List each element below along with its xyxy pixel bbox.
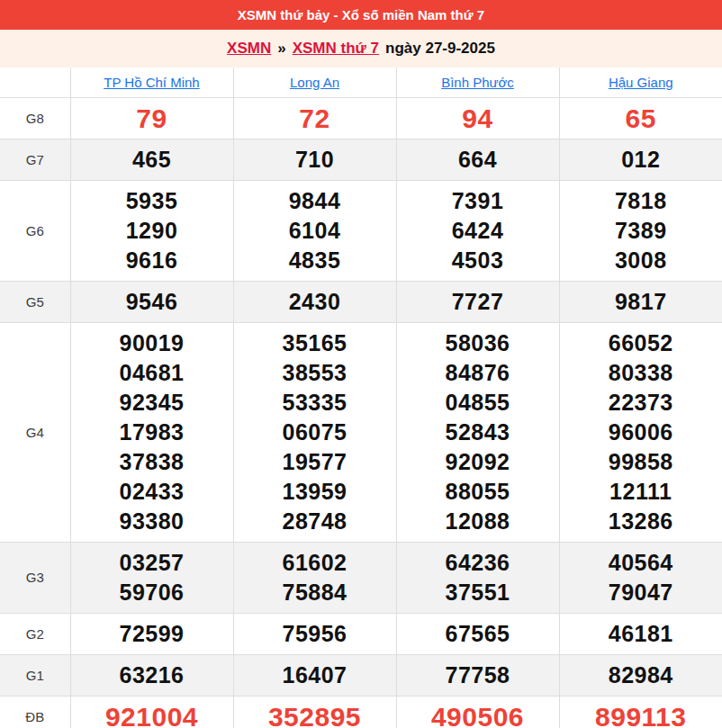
result-number: 9844 — [234, 186, 396, 216]
result-number: 664 — [397, 145, 559, 175]
prize-label: G6 — [0, 180, 70, 281]
result-number: 79047 — [560, 578, 722, 607]
table-row-G1: G163216164077775882984 — [0, 654, 722, 696]
result-cell: 9817 — [559, 281, 722, 322]
prize-label: G4 — [0, 322, 70, 542]
result-number: 93380 — [71, 507, 233, 536]
result-number: 19577 — [234, 447, 396, 477]
result-number: 37551 — [397, 578, 559, 607]
result-number: 99858 — [560, 447, 722, 477]
result-cell: 4056479047 — [559, 542, 722, 613]
result-number: 4835 — [234, 246, 396, 275]
prize-label: G5 — [0, 281, 70, 322]
result-cell: 72 — [233, 97, 396, 139]
result-cell: 6423637551 — [396, 542, 559, 613]
result-cell: 781873893008 — [559, 180, 722, 281]
breadcrumb-link-xsmn-thu7[interactable]: XSMN thứ 7 — [293, 40, 379, 58]
result-number: 921004 — [71, 702, 233, 728]
result-cell: 58036848760485552843920928805512088 — [396, 322, 559, 542]
result-number: 012 — [560, 145, 722, 175]
result-cell: 46181 — [559, 613, 722, 654]
result-cell: 710 — [233, 139, 396, 180]
result-cell: 984461044835 — [233, 180, 396, 281]
table-row-G3: G303257597066160275884642363755140564790… — [0, 542, 722, 613]
result-number: 72599 — [71, 619, 233, 649]
result-cell: 82984 — [559, 654, 722, 696]
prize-label: G8 — [0, 97, 70, 139]
result-number: 92092 — [397, 447, 559, 477]
table-row-G8: G879729465 — [0, 97, 722, 139]
result-number: 7818 — [560, 186, 722, 216]
result-number: 16407 — [234, 661, 396, 690]
province-link[interactable]: TP Hồ Chí Minh — [104, 75, 199, 90]
result-number: 1290 — [71, 216, 233, 246]
result-cell: 899113 — [559, 696, 722, 728]
prize-label: G1 — [0, 654, 70, 696]
result-cell: 79 — [70, 97, 233, 139]
result-number: 38553 — [234, 358, 396, 388]
result-cell: 72599 — [70, 613, 233, 654]
result-number: 465 — [71, 145, 233, 175]
prize-label: ĐB — [0, 696, 70, 728]
prize-label: G7 — [0, 139, 70, 180]
column-header-3: Hậu Giang — [559, 67, 722, 97]
table-row-G4: G490019046819234517983378380243393380351… — [0, 322, 722, 542]
table-row-G6: G659351290961698446104483573916424450378… — [0, 180, 722, 281]
result-number: 2430 — [234, 287, 396, 317]
result-number: 04681 — [71, 358, 233, 388]
result-cell: 352895 — [233, 696, 396, 728]
result-number: 94 — [397, 103, 559, 133]
result-number: 75884 — [234, 578, 396, 607]
column-header-0: TP Hồ Chí Minh — [70, 67, 233, 97]
table-row-G7: G7465710664012 — [0, 139, 722, 180]
column-header-row: TP Hồ Chí MinhLong AnBình PhướcHậu Giang — [0, 67, 722, 97]
result-number: 90019 — [71, 328, 233, 358]
result-number: 65 — [560, 103, 722, 133]
result-number: 92345 — [71, 388, 233, 418]
result-number: 79 — [71, 103, 233, 133]
result-cell: 66052803382237396006998581211113286 — [559, 322, 722, 542]
breadcrumb: XSMN » XSMN thứ 7 ngày 27-9-2025 — [0, 30, 722, 67]
breadcrumb-separator: » — [277, 40, 285, 58]
result-number: 53335 — [234, 388, 396, 418]
result-number: 12111 — [560, 477, 722, 507]
result-cell: 0325759706 — [70, 542, 233, 613]
result-number: 80338 — [560, 358, 722, 388]
result-cell: 90019046819234517983378380243393380 — [70, 322, 233, 542]
result-number: 04855 — [397, 388, 559, 418]
result-number: 9546 — [71, 287, 233, 317]
result-number: 6104 — [234, 216, 396, 246]
table-row-G5: G59546243077279817 — [0, 281, 722, 322]
result-cell: 65 — [559, 97, 722, 139]
result-cell: 664 — [396, 139, 559, 180]
result-number: 9817 — [560, 287, 722, 317]
table-row-G2: G272599759566756546181 — [0, 613, 722, 654]
page-title: XSMN thứ bảy - Xổ số miền Nam thứ 7 — [238, 7, 484, 22]
result-number: 710 — [234, 145, 396, 175]
result-cell: 67565 — [396, 613, 559, 654]
result-cell: 77758 — [396, 654, 559, 696]
result-cell: 9546 — [70, 281, 233, 322]
result-cell: 921004 — [70, 696, 233, 728]
breadcrumb-date: ngày 27-9-2025 — [385, 40, 495, 58]
result-cell: 35165385535333506075195771395928748 — [233, 322, 396, 542]
breadcrumb-link-xsmn[interactable]: XSMN — [227, 40, 271, 58]
province-link[interactable]: Bình Phước — [441, 75, 514, 90]
result-cell: 75956 — [233, 613, 396, 654]
result-number: 63216 — [71, 661, 233, 690]
result-cell: 7727 — [396, 281, 559, 322]
result-number: 03257 — [71, 548, 233, 578]
prize-label: G3 — [0, 542, 70, 613]
result-number: 35165 — [234, 328, 396, 358]
corner-cell — [0, 67, 70, 97]
province-link[interactable]: Hậu Giang — [609, 75, 673, 90]
result-number: 7391 — [397, 186, 559, 216]
column-header-1: Long An — [233, 67, 396, 97]
province-link[interactable]: Long An — [290, 75, 339, 90]
result-cell: 16407 — [233, 654, 396, 696]
result-number: 82984 — [560, 661, 722, 690]
column-header-2: Bình Phước — [396, 67, 559, 97]
result-number: 67565 — [397, 619, 559, 649]
result-number: 13959 — [234, 477, 396, 507]
result-number: 61602 — [234, 548, 396, 578]
